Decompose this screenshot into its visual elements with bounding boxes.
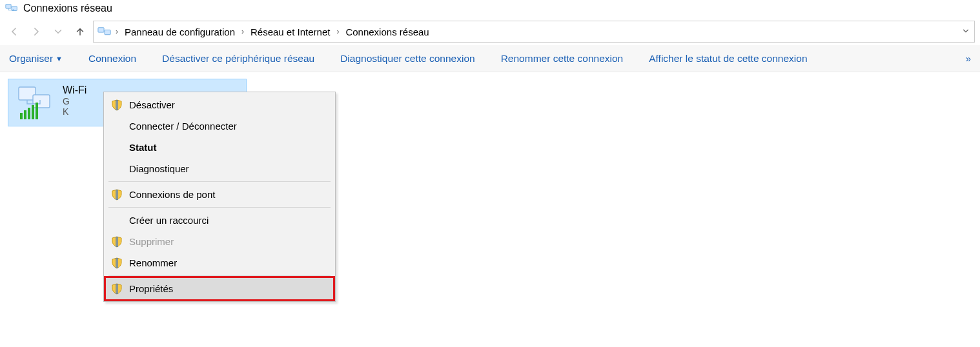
menu-separator [108, 207, 331, 208]
menu-label: Renommer [129, 257, 177, 268]
menu-item-bridge[interactable]: Connexions de pont [106, 184, 333, 205]
menu-separator [108, 275, 331, 276]
cmd-label: Afficher le statut de cette connexion [649, 53, 807, 64]
overflow-button[interactable]: » [966, 53, 971, 64]
chevron-right-icon[interactable]: › [241, 27, 244, 36]
icon-spacer [111, 142, 123, 154]
menu-item-delete: Supprimer [106, 231, 333, 252]
svg-rect-10 [36, 103, 38, 119]
cmd-label: Renommer cette connexion [501, 53, 624, 64]
menu-item-diagnose[interactable]: Diagnostiquer [106, 158, 333, 179]
network-connections-icon [5, 3, 18, 14]
overflow-label: » [966, 53, 971, 64]
content-area: Wi-Fi G K Désactiver Connecter / Déconne… [0, 72, 980, 133]
cmd-label: Connexion [88, 53, 136, 64]
menu-item-properties[interactable]: Propriétés [106, 278, 333, 299]
menu-label: Connecter / Déconnecter [129, 121, 237, 132]
window-title: Connexions réseau [23, 3, 112, 14]
menu-label: Créer un raccourci [129, 215, 209, 226]
shield-icon [111, 257, 123, 269]
svg-rect-8 [28, 108, 30, 119]
menu-item-disable[interactable]: Désactiver [106, 94, 333, 115]
shield-icon [111, 236, 123, 248]
shield-icon [111, 283, 123, 295]
menu-item-create-shortcut[interactable]: Créer un raccourci [106, 210, 333, 231]
nav-row: › Panneau de configuration › Réseau et I… [0, 19, 980, 45]
organize-menu[interactable]: Organiser ▼ [9, 53, 63, 64]
menu-label: Statut [129, 142, 157, 153]
breadcrumb-item[interactable]: Panneau de configuration [122, 26, 238, 37]
svg-rect-2 [98, 28, 104, 32]
context-menu: Désactiver Connecter / Déconnecter Statu… [103, 92, 336, 302]
svg-rect-0 [6, 4, 11, 8]
svg-rect-3 [105, 30, 110, 34]
svg-rect-6 [20, 113, 23, 119]
back-button[interactable] [5, 23, 23, 41]
breadcrumb-item[interactable]: Réseau et Internet [248, 26, 332, 37]
svg-rect-9 [32, 105, 34, 119]
connection-button[interactable]: Connexion [88, 53, 136, 64]
menu-separator [108, 181, 331, 182]
chevron-down-icon: ▼ [56, 55, 63, 63]
menu-label: Supprimer [129, 236, 174, 247]
menu-item-connect-disconnect[interactable]: Connecter / Déconnecter [106, 115, 333, 137]
address-dropdown-button[interactable] [961, 26, 970, 37]
menu-label: Connexions de pont [129, 189, 215, 200]
breadcrumb-item[interactable]: Connexions réseau [343, 26, 431, 37]
command-bar: Organiser ▼ Connexion Désactiver ce péri… [0, 45, 980, 72]
menu-label: Propriétés [129, 283, 173, 294]
up-button[interactable] [71, 23, 89, 41]
adapter-line3: K [63, 106, 87, 117]
adapter-text: Wi-Fi G K [63, 84, 87, 117]
breadcrumb-label: Réseau et Internet [250, 26, 330, 37]
breadcrumb-label: Panneau de configuration [125, 26, 235, 37]
shield-icon [111, 99, 123, 111]
adapter-name: Wi-Fi [63, 84, 87, 96]
cmd-label: Diagnostiquer cette connexion [340, 53, 475, 64]
show-status-button[interactable]: Afficher le statut de cette connexion [649, 53, 807, 64]
menu-label: Désactiver [129, 99, 175, 110]
cmd-label: Organiser [9, 53, 53, 64]
svg-rect-5 [33, 95, 50, 108]
disable-device-button[interactable]: Désactiver ce périphérique réseau [162, 53, 314, 64]
diagnose-connection-button[interactable]: Diagnostiquer cette connexion [340, 53, 475, 64]
rename-connection-button[interactable]: Renommer cette connexion [501, 53, 624, 64]
forward-button[interactable] [27, 23, 45, 41]
icon-spacer [111, 215, 123, 226]
chevron-right-icon[interactable]: › [116, 27, 118, 36]
menu-label: Diagnostiquer [129, 163, 189, 174]
chevron-right-icon[interactable]: › [336, 27, 339, 36]
recent-locations-button[interactable] [49, 23, 67, 41]
shield-icon [111, 189, 123, 201]
cmd-label: Désactiver ce périphérique réseau [162, 53, 314, 64]
icon-spacer [111, 163, 123, 175]
adapter-line2: G [63, 96, 87, 106]
icon-spacer [111, 121, 123, 132]
menu-item-status[interactable]: Statut [106, 137, 333, 158]
svg-rect-7 [24, 110, 26, 119]
title-bar: Connexions réseau [0, 0, 980, 19]
menu-item-rename[interactable]: Renommer [106, 252, 333, 273]
breadcrumb-label: Connexions réseau [345, 26, 429, 37]
address-bar[interactable]: › Panneau de configuration › Réseau et I… [93, 21, 975, 43]
network-connections-icon [97, 26, 112, 37]
wifi-adapter-icon [15, 84, 56, 121]
